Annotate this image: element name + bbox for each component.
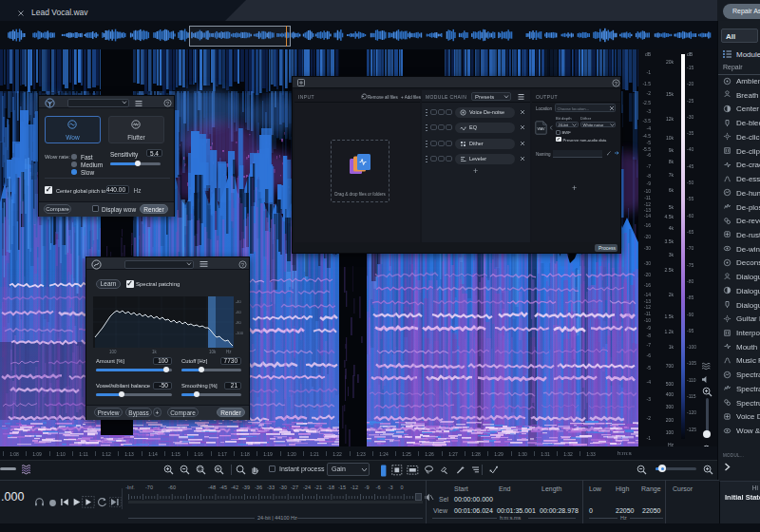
svg-text:?: ? — [166, 100, 170, 105]
svg-text:?: ? — [241, 261, 245, 267]
svg-text:?: ? — [615, 81, 618, 86]
